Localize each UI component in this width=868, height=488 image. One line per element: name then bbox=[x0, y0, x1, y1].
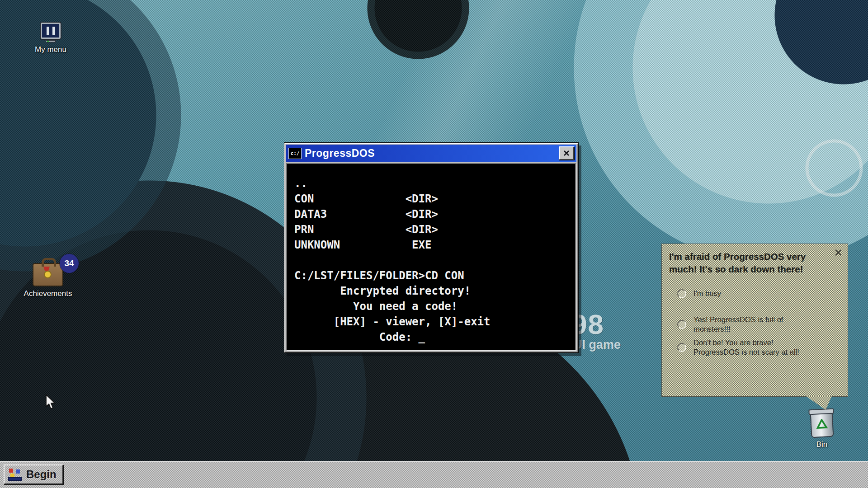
pause-bar bbox=[52, 27, 55, 35]
desktop-icon-bin[interactable]: Bin bbox=[800, 408, 844, 449]
recycle-icon bbox=[816, 418, 828, 430]
option-label: I'm busy bbox=[693, 289, 819, 298]
mouse-cursor-icon bbox=[44, 394, 58, 412]
dos-code-input-line[interactable]: Code: _ bbox=[294, 329, 576, 345]
progressdos-window: c:/ ProgressDOS .. CON<DIR> DATA3<DIR> P… bbox=[284, 142, 579, 353]
bubble-message: I'm afraid of ProgressDOS very much! It'… bbox=[669, 250, 828, 275]
medal-ribbon bbox=[43, 267, 50, 271]
close-icon bbox=[834, 249, 842, 256]
achievements-label: Achievements bbox=[20, 289, 76, 298]
bubble-option-2[interactable]: Yes! ProgressDOS is full of monsters!!! bbox=[677, 315, 840, 334]
recycle-bin-icon bbox=[810, 411, 834, 438]
desktop: r98 UI game My menu 34 Achievements Bin bbox=[0, 0, 868, 488]
power-led bbox=[47, 41, 49, 42]
begin-label: Begin bbox=[26, 468, 57, 481]
begin-start-button[interactable]: Begin bbox=[4, 465, 63, 484]
window-title: ProgressDOS bbox=[305, 147, 556, 160]
logo-square-blue bbox=[16, 469, 20, 474]
dos-message-line: You need a code! bbox=[294, 299, 576, 314]
assistant-speech-bubble: I'm afraid of ProgressDOS very much! It'… bbox=[661, 244, 848, 397]
dos-command-line: C:/LST/FILES/FOLDER>CD CON bbox=[294, 268, 576, 283]
dos-terminal-screen[interactable]: .. CON<DIR> DATA3<DIR> PRN<DIR> UNKNOWNE… bbox=[286, 163, 576, 351]
radio-icon[interactable] bbox=[677, 320, 686, 329]
monitor-icon bbox=[40, 22, 61, 40]
medal-icon bbox=[44, 271, 52, 278]
monitor-base bbox=[46, 40, 56, 42]
desktop-icon-my-menu[interactable]: My menu bbox=[29, 22, 72, 54]
bin-label: Bin bbox=[800, 440, 844, 449]
dos-prompt-block: C:/LST/FILES/FOLDER>CD CON Encrypted dir… bbox=[294, 268, 576, 345]
monitor-screen bbox=[42, 24, 59, 38]
bubble-option-1[interactable]: I'm busy bbox=[677, 289, 840, 298]
dos-message-line: [HEX] - viewer, [X]-exit bbox=[294, 314, 576, 329]
briefcase-icon: 34 bbox=[33, 263, 63, 286]
achievements-count-badge: 34 bbox=[60, 254, 79, 273]
option-label: Yes! ProgressDOS is full of monsters!!! bbox=[693, 315, 819, 334]
logo-progressbar bbox=[8, 477, 22, 481]
bin-lid bbox=[808, 408, 834, 415]
window-titlebar[interactable]: c:/ ProgressDOS bbox=[286, 145, 576, 162]
bubble-option-3[interactable]: Don't be! You are brave! ProgressDOS is … bbox=[677, 338, 840, 357]
begin-logo-icon bbox=[8, 468, 22, 481]
bubble-close-button[interactable] bbox=[833, 248, 843, 258]
dir-row: .. bbox=[294, 176, 576, 191]
close-icon bbox=[563, 150, 570, 156]
msdos-icon: c:/ bbox=[288, 148, 302, 159]
pause-bar bbox=[47, 27, 49, 35]
dir-row: DATA3<DIR> bbox=[294, 206, 576, 222]
close-button[interactable] bbox=[559, 146, 574, 160]
dir-row: PRN<DIR> bbox=[294, 222, 576, 237]
dir-row: UNKNOWNEXE bbox=[294, 237, 576, 253]
option-label: Don't be! You are brave! ProgressDOS is … bbox=[693, 338, 819, 357]
desktop-icon-achievements[interactable]: 34 Achievements bbox=[20, 257, 76, 298]
taskbar: Begin 手机新意·SJXINYI.COM EN 01:34 PM bbox=[0, 462, 868, 488]
logo-square-yellow bbox=[10, 474, 14, 477]
logo-square-red bbox=[9, 469, 13, 473]
wallpaper-brand-subtext: UI game bbox=[573, 338, 621, 352]
briefcase-handle bbox=[42, 258, 56, 267]
radio-icon[interactable] bbox=[677, 289, 686, 298]
radio-icon[interactable] bbox=[677, 343, 686, 352]
dir-row: CON<DIR> bbox=[294, 191, 576, 206]
dos-message-line: Encrypted directory! bbox=[294, 283, 576, 299]
my-menu-label: My menu bbox=[29, 45, 72, 54]
